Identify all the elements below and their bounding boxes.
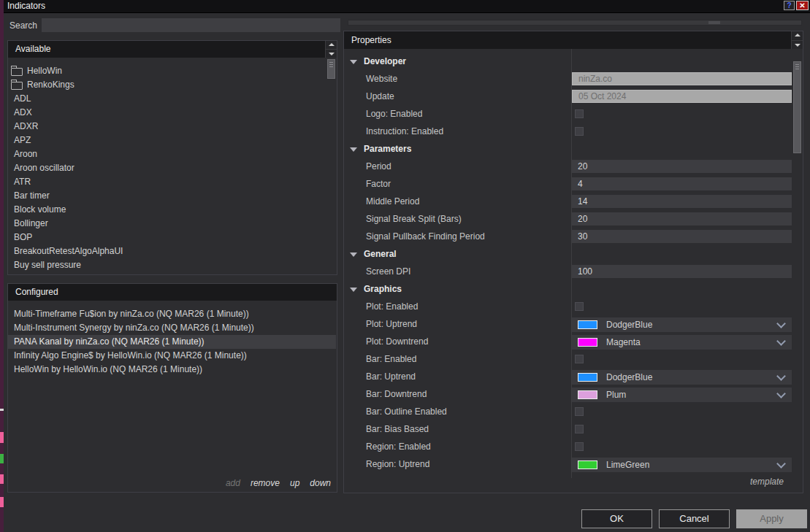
configured-item[interactable]: PANA Kanal by ninZa.co (NQ MAR26 (1 Minu…	[8, 335, 336, 349]
property-value	[572, 107, 792, 122]
available-item[interactable]: Block volume	[8, 203, 326, 217]
configured-panel: Configured Multi-Timeframe Fu$ion by nin…	[7, 283, 337, 493]
property-text-field[interactable]: 30	[572, 230, 792, 243]
scrollbar-thumb[interactable]	[793, 61, 801, 153]
edge-marker-pink	[0, 497, 4, 507]
checkbox[interactable]	[575, 425, 584, 433]
property-row: Plot: DowntrendMagenta	[344, 334, 792, 351]
close-button[interactable]: ✕	[796, 1, 809, 10]
available-item[interactable]: ATR	[8, 175, 326, 189]
scrollbar-thumb[interactable]	[708, 21, 720, 24]
property-category[interactable]: Developer	[344, 53, 792, 71]
ok-button[interactable]: OK	[581, 509, 652, 528]
checkbox[interactable]	[575, 442, 584, 451]
horizontal-scrollbar[interactable]	[348, 20, 802, 26]
color-dropdown[interactable]: DodgerBlue	[572, 317, 792, 332]
available-item[interactable]: Bar timer	[8, 189, 326, 203]
scrollbar-thumb[interactable]	[327, 59, 335, 79]
property-row: Period20	[344, 158, 792, 176]
chevron-down-icon	[776, 336, 786, 346]
checkbox[interactable]	[575, 127, 584, 136]
chevron-down-icon	[350, 288, 357, 292]
property-label: Region: Uptrend	[366, 459, 429, 469]
property-value: Plum	[572, 388, 792, 402]
property-category[interactable]: Parameters	[344, 141, 792, 158]
property-label: Bar: Uptrend	[366, 371, 416, 382]
property-text-field[interactable]: 14	[572, 195, 792, 208]
configured-item[interactable]: Infinity Algo Engine$ by HelloWin.io (NQ…	[8, 349, 336, 363]
available-scrollbar[interactable]	[327, 58, 336, 274]
scroll-up-button[interactable]	[326, 41, 337, 49]
configured-item[interactable]: Multi-Instrument Synergy by ninZa.co (NQ…	[8, 321, 336, 335]
available-item-label: Aroon oscillator	[14, 161, 74, 175]
available-item[interactable]: Buy sell pressure	[8, 258, 326, 272]
property-label: Signal Break Split (Bars)	[366, 214, 462, 224]
available-item[interactable]: ADL	[8, 92, 326, 106]
search-input[interactable]	[42, 18, 340, 32]
property-value: ninZa.co	[572, 72, 792, 87]
color-swatch	[578, 390, 597, 399]
remove-link[interactable]: remove	[251, 478, 280, 488]
property-row: Update05 Oct 2024	[344, 88, 792, 106]
color-dropdown[interactable]: Plum	[572, 388, 792, 402]
color-dropdown[interactable]: Magenta	[572, 335, 792, 350]
color-name: Plum	[606, 390, 626, 400]
chevron-down-icon	[776, 459, 786, 469]
down-link[interactable]: down	[310, 478, 331, 488]
edge-marker-pink	[0, 474, 4, 484]
available-item[interactable]: Aroon	[8, 147, 326, 161]
checkbox[interactable]	[575, 109, 584, 118]
available-item-label: Aroon	[14, 147, 37, 161]
help-button[interactable]: ?	[784, 1, 795, 10]
color-name: LimeGreen	[606, 460, 649, 470]
apply-button[interactable]: Apply	[736, 509, 807, 528]
property-row: Region: UptrendLimeGreen	[344, 456, 792, 474]
property-text-field[interactable]: 20	[572, 160, 792, 173]
available-item[interactable]: ADX	[8, 106, 326, 120]
cancel-button[interactable]: Cancel	[659, 509, 730, 528]
scroll-up-button[interactable]	[792, 31, 803, 39]
available-item[interactable]: HelloWin	[8, 64, 326, 78]
background-chart-edge	[0, 0, 4, 532]
property-label: Signal Pullback Finding Period	[366, 231, 485, 242]
available-item-label: APZ	[14, 134, 31, 147]
folder-icon	[11, 68, 23, 76]
configured-item[interactable]: Multi-Timeframe Fu$ion by ninZa.co (NQ M…	[8, 307, 336, 321]
available-item[interactable]: ADXR	[8, 120, 326, 134]
scroll-down-button[interactable]	[792, 40, 803, 49]
edge-marker-green	[0, 454, 4, 463]
property-row: Factor4	[344, 176, 792, 193]
property-row: Signal Break Split (Bars)20	[344, 211, 792, 228]
property-label: Region: Enabled	[366, 442, 431, 452]
property-text-field[interactable]: 4	[572, 177, 792, 190]
property-category[interactable]: General	[344, 246, 792, 263]
properties-scrollbar[interactable]	[793, 50, 802, 492]
property-value	[572, 405, 792, 420]
scroll-down-button[interactable]	[326, 49, 337, 58]
color-dropdown[interactable]: LimeGreen	[572, 458, 792, 472]
available-item[interactable]: RenkoKings	[8, 78, 326, 92]
available-item[interactable]: BOP	[8, 231, 326, 244]
arrow-up-icon	[329, 43, 335, 46]
available-item[interactable]: Aroon oscillator	[8, 161, 326, 175]
configured-item-label: PANA Kanal by ninZa.co (NQ MAR26 (1 Minu…	[14, 335, 205, 349]
template-link[interactable]: template	[750, 477, 784, 487]
dialog-titlebar: Indicators ? ✕	[4, 0, 810, 13]
available-item[interactable]: Bollinger	[8, 217, 326, 231]
configured-item[interactable]: HelloWin by HelloWin.io (NQ MAR26 (1 Min…	[8, 363, 336, 377]
checkbox[interactable]	[575, 407, 584, 416]
property-text-field[interactable]: 20	[572, 212, 792, 225]
add-link[interactable]: add	[226, 478, 240, 488]
color-name: Magenta	[606, 337, 641, 347]
search-label: Search	[9, 20, 37, 31]
up-link[interactable]: up	[290, 478, 299, 488]
property-text-field[interactable]: 100	[572, 265, 792, 278]
property-label: Middle Period	[366, 196, 419, 207]
checkbox[interactable]	[575, 302, 584, 311]
available-item[interactable]: BreakoutRetestAlgoAlphaUI	[8, 244, 326, 258]
color-dropdown[interactable]: DodgerBlue	[572, 370, 792, 385]
property-label: Period	[366, 161, 391, 171]
property-category[interactable]: Graphics	[344, 281, 792, 298]
checkbox[interactable]	[575, 355, 584, 363]
available-item[interactable]: APZ	[8, 134, 326, 147]
